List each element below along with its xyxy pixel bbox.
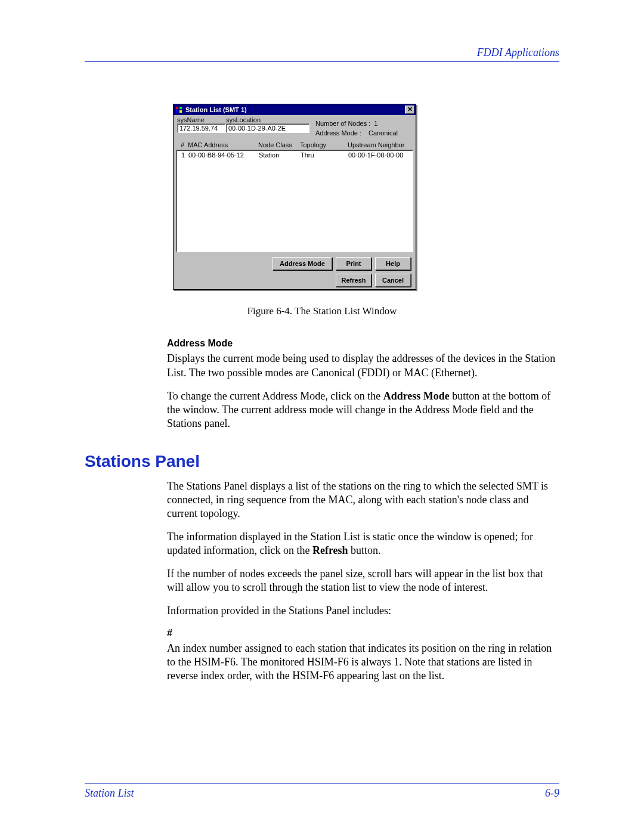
addrmode-p2: To change the current Address Mode, clic…	[167, 389, 559, 431]
col-neigh: Upstream Neighbor	[348, 141, 412, 148]
cell-neigh: 00-00-1F-00-00-00	[348, 151, 411, 159]
col-mac: MAC Address	[188, 141, 258, 148]
dialog-title: Station List (SMT 1)	[185, 106, 405, 113]
cell-topo: Thru	[301, 151, 348, 159]
station-list[interactable]: 1 00-00-B8-94-05-12 Station Thru 00-00-1…	[176, 150, 413, 252]
numnodes-value: 1	[374, 120, 377, 127]
sysname-label: sysName	[177, 116, 226, 123]
numnodes-label: Number of Nodes :	[315, 120, 370, 127]
syslocation-label: sysLocation	[226, 116, 309, 123]
addrmode-p1: Displays the current mode being used to …	[167, 352, 559, 379]
col-topo: Topology	[300, 141, 348, 148]
close-button[interactable]: ✕	[405, 106, 414, 114]
bold-address-mode: Address Mode	[383, 390, 450, 402]
cell-mac: 00-00-B8-94-05-12	[188, 151, 259, 159]
page-header: FDDI Applications	[85, 47, 559, 62]
text-span: button.	[348, 544, 381, 556]
svg-rect-3	[179, 110, 182, 113]
station-list-dialog: Station List (SMT 1) ✕ sysName sysLocati…	[173, 104, 416, 290]
cancel-button[interactable]: Cancel	[375, 274, 411, 287]
term-address-mode: Address Mode	[167, 337, 559, 349]
svg-rect-0	[176, 107, 178, 109]
section-stations-panel: Stations Panel	[85, 452, 559, 471]
address-mode-button[interactable]: Address Mode	[273, 257, 332, 270]
table-header: # MAC Address Node Class Topology Upstre…	[174, 138, 416, 150]
sysname-field[interactable]: 172.19.59.74	[177, 123, 226, 133]
svg-rect-1	[179, 107, 182, 109]
col-node: Node Class	[258, 141, 300, 148]
syslocation-field[interactable]: 00-00-1D-29-A0-2E	[226, 123, 309, 133]
print-button[interactable]: Print	[336, 257, 371, 270]
footer-left: Station List	[85, 787, 134, 800]
app-icon	[175, 106, 183, 114]
dialog-titlebar: Station List (SMT 1) ✕	[174, 104, 416, 115]
stations-p3: If the number of nodes exceeds the panel…	[167, 567, 559, 594]
refresh-button[interactable]: Refresh	[336, 274, 371, 287]
stations-p2: The information displayed in the Station…	[167, 530, 559, 558]
help-button[interactable]: Help	[375, 257, 411, 270]
col-num: #	[177, 141, 188, 148]
addrmode-label: Address Mode :	[315, 129, 361, 137]
table-row[interactable]: 1 00-00-B8-94-05-12 Station Thru 00-00-1…	[178, 151, 411, 159]
bold-refresh: Refresh	[312, 544, 348, 556]
term-hash: #	[167, 627, 559, 639]
stations-p4: Information provided in the Stations Pan…	[167, 604, 559, 618]
cell-num: 1	[178, 151, 188, 159]
footer-right: 6-9	[545, 787, 559, 800]
stations-p1: The Stations Panel displays a list of th…	[167, 479, 559, 521]
page-footer: Station List 6-9	[85, 783, 559, 800]
svg-rect-2	[176, 110, 178, 113]
hash-body: An index number assigned to each station…	[167, 642, 559, 683]
addrmode-value: Canonical	[365, 129, 398, 137]
cell-node: Station	[259, 151, 301, 159]
figure-caption: Figure 6-4. The Station List Window	[85, 305, 559, 317]
text-span: To change the current Address Mode, clic…	[167, 390, 383, 402]
